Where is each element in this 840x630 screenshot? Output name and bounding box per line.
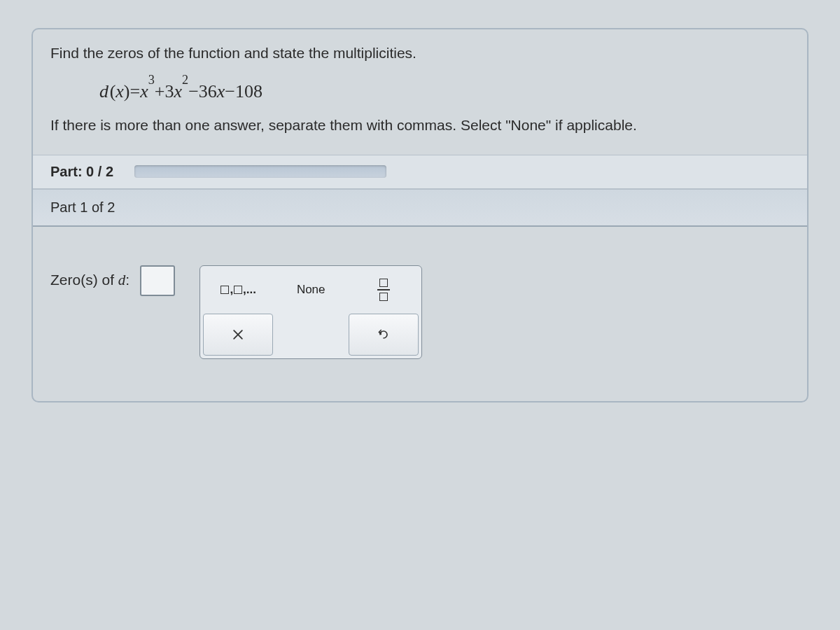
instruction-text: If there is more than one answer, separa… bbox=[33, 114, 807, 155]
part-progress-label: Part: 0 / 2 bbox=[50, 164, 113, 180]
placeholder-icon bbox=[379, 279, 388, 287]
placeholder-icon bbox=[379, 293, 388, 301]
x-icon bbox=[231, 328, 245, 342]
answer-prompt-label: Zero(s) of d: bbox=[50, 272, 130, 289]
toolbox-spacer bbox=[276, 314, 346, 356]
clear-button[interactable] bbox=[203, 314, 273, 356]
answer-prompt-area: Zero(s) of d: bbox=[50, 265, 175, 296]
function-equation: d (x)=x3+3x2−36x−108 bbox=[33, 72, 807, 115]
math-toolbox: ,,... None bbox=[200, 265, 422, 359]
answer-input[interactable] bbox=[140, 265, 175, 296]
undo-button[interactable] bbox=[349, 314, 419, 356]
part-progress-row: Part: 0 / 2 bbox=[33, 155, 807, 189]
progress-bar bbox=[134, 165, 386, 178]
question-container: Find the zeros of the function and state… bbox=[31, 28, 808, 402]
placeholder-icon bbox=[234, 286, 242, 294]
undo-icon bbox=[377, 328, 391, 342]
list-template-button[interactable]: ,,... bbox=[203, 269, 273, 311]
part-header: Part 1 of 2 bbox=[33, 189, 807, 227]
question-text: Find the zeros of the function and state… bbox=[33, 29, 807, 72]
placeholder-icon bbox=[220, 286, 229, 294]
part-body: Zero(s) of d: ,,... None bbox=[33, 227, 807, 401]
none-button[interactable]: None bbox=[276, 269, 346, 311]
fraction-template-button[interactable] bbox=[349, 269, 419, 311]
